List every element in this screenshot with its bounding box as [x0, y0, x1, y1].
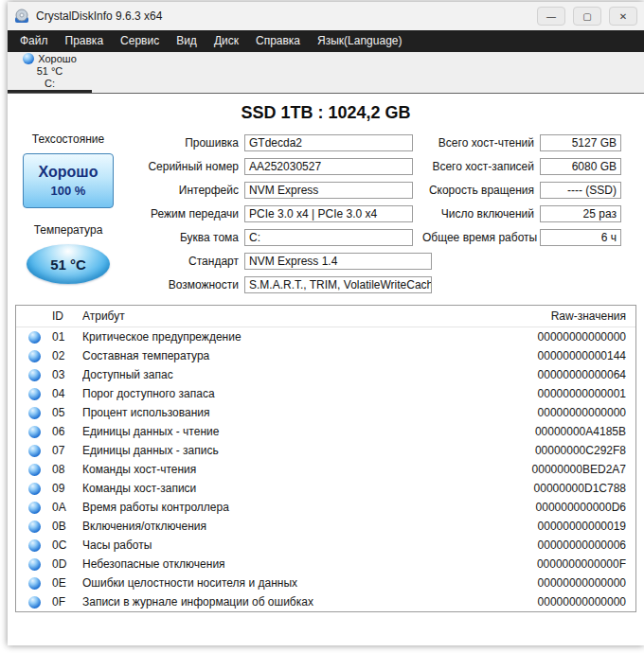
field-value: 6080 GB: [540, 158, 621, 175]
disk-title: SSD 1TB : 1024,2 GB: [8, 103, 644, 123]
status-indicator-icon: [28, 388, 41, 400]
table-row[interactable]: 09Команды хост-записи00000000D1C788: [16, 479, 635, 498]
field-value: AA252030527: [244, 158, 413, 175]
table-row[interactable]: 0EОшибки целостности носителя и данных00…: [16, 574, 635, 592]
window-title: CrystalDiskInfo 9.6.3 x64: [36, 9, 162, 23]
status-indicator-icon: [28, 539, 41, 552]
field-value: 5127 GB: [540, 134, 621, 151]
menu-item[interactable]: Сервис: [112, 30, 168, 52]
indicator-cell: [16, 407, 52, 419]
smart-table-header: ID Атрибут Raw-значения: [16, 306, 635, 327]
table-row[interactable]: 04Порог доступного запаса00000000000001: [16, 384, 635, 403]
attr-raw-value: 00000000D1C788: [484, 482, 635, 495]
header-raw-values: Raw-значения: [484, 309, 635, 323]
status-indicator-icon: [28, 577, 41, 590]
menu-item[interactable]: Язык(Language): [309, 30, 410, 52]
tab-strip: Хорошо 51 °C C:: [8, 52, 644, 94]
info-field-row: Всего хост-записей6080 GB: [422, 154, 621, 178]
attr-id: 08: [52, 463, 82, 476]
status-indicator-icon: [28, 331, 41, 344]
temperature-indicator: 51 °C: [27, 244, 110, 284]
status-indicator-icon: [28, 464, 41, 476]
indicator-cell: [16, 596, 52, 609]
field-label: Всего хост-чтений: [422, 136, 540, 150]
info-area: Техсостояние Хорошо 100 % Температура 51…: [8, 131, 644, 299]
field-value: S.M.A.R.T., TRIM, VolatileWriteCache: [244, 276, 432, 293]
smart-table-body: 01Критическое предупреждение000000000000…: [16, 327, 635, 611]
info-field-row: Режим передачиPCIe 3.0 x4 | PCIe 3.0 x4: [119, 202, 432, 225]
status-indicator-icon: [28, 445, 41, 457]
attr-id: 03: [52, 368, 82, 381]
field-value: PCIe 3.0 x4 | PCIe 3.0 x4: [244, 205, 413, 222]
info-field-row: Общее время работы6 ч: [422, 225, 621, 249]
attr-raw-value: 00000000000064: [484, 368, 635, 381]
field-label: Серийный номер: [119, 160, 244, 173]
table-row[interactable]: 02Составная температура00000000000144: [16, 346, 635, 365]
field-value: NVM Express: [244, 182, 413, 199]
attr-raw-value: 00000000C292F8: [484, 444, 635, 457]
info-field-row: Скорость вращения---- (SSD): [422, 178, 621, 202]
tab-status-text: Хорошо: [38, 53, 77, 65]
attr-raw-value: 00000000000000: [484, 406, 635, 419]
attr-name: Записи в журнале информации об ошибках: [82, 595, 484, 609]
menu-item[interactable]: Файл: [11, 30, 57, 52]
table-row[interactable]: 05Процент использования00000000000000: [16, 403, 635, 422]
info-field-row: Число включений25 раз: [422, 202, 621, 225]
table-row[interactable]: 0BВключения/отключения00000000000019: [16, 517, 635, 536]
status-indicator-icon: [28, 521, 41, 533]
field-value: 6 ч: [540, 229, 621, 246]
health-status-icon: [23, 53, 34, 64]
status-indicator-icon: [28, 558, 41, 571]
status-indicator-icon: [28, 369, 41, 381]
maximize-button[interactable]: ▢: [573, 7, 601, 26]
attr-name: Часы работы: [82, 538, 484, 552]
info-fields-middle: ПрошивкаGTdecda2Серийный номерAA25203052…: [119, 131, 432, 296]
attr-raw-value: 000000000000D6: [484, 501, 635, 514]
indicator-cell: [16, 521, 52, 533]
attr-raw-value: 00000000BED2A7: [484, 463, 635, 476]
attr-raw-value: 00000000000019: [484, 520, 635, 533]
attr-id: 02: [52, 349, 82, 362]
main-content: SSD 1TB : 1024,2 GB Техсостояние Хорошо …: [8, 94, 644, 645]
status-indicator-icon: [28, 596, 41, 609]
table-row[interactable]: 01Критическое предупреждение000000000000…: [16, 327, 635, 346]
attr-raw-value: 00000000000000: [484, 576, 635, 590]
caption-buttons: — ▢ ✕: [537, 7, 637, 26]
drive-tab[interactable]: Хорошо 51 °C C:: [8, 52, 92, 93]
field-label: Возможности: [119, 278, 244, 291]
attr-raw-value: 00000000000144: [484, 349, 635, 362]
field-label: Стандарт: [119, 255, 244, 268]
table-row[interactable]: 0AВремя работы контроллера000000000000D6: [16, 498, 635, 517]
menu-item[interactable]: Диск: [206, 30, 247, 52]
table-row[interactable]: 06Единицы данных - чтение00000000A4185B: [16, 422, 635, 441]
menu-item[interactable]: Справка: [247, 30, 309, 52]
status-indicator-icon: [28, 407, 41, 419]
menu-item[interactable]: Правка: [57, 30, 113, 52]
attr-name: Небезопасные отключения: [82, 557, 484, 571]
health-status-button[interactable]: Хорошо 100 %: [23, 153, 114, 208]
attr-raw-value: 0000000000000F: [484, 557, 635, 571]
app-icon: [14, 9, 29, 24]
table-row[interactable]: 07Единицы данных - запись00000000C292F8: [16, 441, 635, 460]
attr-id: 0B: [52, 520, 82, 533]
indicator-cell: [16, 577, 52, 590]
minimize-button[interactable]: —: [537, 7, 565, 26]
attr-id: 01: [52, 330, 82, 344]
table-row[interactable]: 0FЗаписи в журнале информации об ошибках…: [16, 592, 635, 611]
table-row[interactable]: 03Доступный запас00000000000064: [16, 365, 635, 384]
header-id: ID: [52, 309, 82, 323]
table-row[interactable]: 0DНебезопасные отключения0000000000000F: [16, 555, 635, 574]
tab-drive-letter: C:: [45, 78, 55, 90]
indicator-cell: [16, 350, 52, 362]
menu-item[interactable]: Вид: [168, 30, 206, 52]
close-button[interactable]: ✕: [609, 7, 637, 26]
table-row[interactable]: 0CЧасы работы00000000000006: [16, 536, 635, 555]
table-row[interactable]: 08Команды хост-чтения00000000BED2A7: [16, 460, 635, 479]
field-value: C:: [244, 229, 413, 246]
health-status-text: Хорошо: [39, 164, 98, 181]
indicator-cell: [16, 369, 52, 381]
attr-name: Ошибки целостности носителя и данных: [82, 576, 484, 590]
title-bar: CrystalDiskInfo 9.6.3 x64 — ▢ ✕: [8, 2, 644, 30]
attr-name: Доступный запас: [82, 368, 484, 381]
indicator-cell: [16, 464, 52, 476]
